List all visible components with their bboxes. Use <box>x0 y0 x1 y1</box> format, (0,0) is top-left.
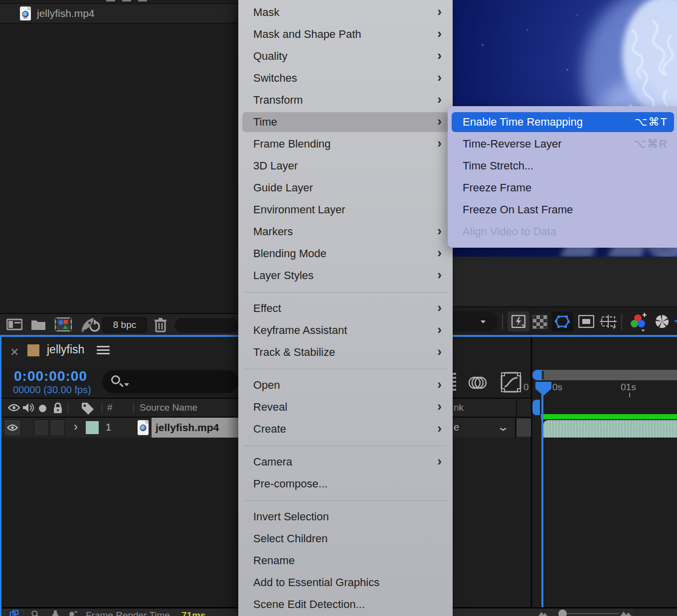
menu-item-markers[interactable]: Markers› <box>238 221 453 243</box>
menu-item-create[interactable]: Create› <box>238 418 453 440</box>
chevron-down-icon[interactable]: ⌄ <box>497 421 509 434</box>
panel-menu-icon[interactable] <box>97 344 110 356</box>
live-update-icon[interactable] <box>29 610 41 616</box>
menu-item-blending-mode[interactable]: Blending Mode› <box>238 243 453 265</box>
menu-item-add-to-essential-graphics[interactable]: Add to Essential Graphics <box>238 572 453 594</box>
menu-item-guide-layer[interactable]: Guide Layer <box>238 177 453 199</box>
solo-circle-icon[interactable] <box>39 405 46 412</box>
project-panel: MP4 jellyfish.mp4 <box>0 0 238 335</box>
zoom-in-mountain-icon[interactable] <box>620 611 633 616</box>
menu-item-camera[interactable]: Camera› <box>238 451 453 473</box>
trash-icon[interactable] <box>154 317 168 333</box>
menu-item-enable-time-remapping[interactable]: Enable Time Remapping⌥⌘T <box>448 111 677 133</box>
lock-icon[interactable] <box>53 402 63 414</box>
exposure-plus-fragment: + <box>674 313 677 329</box>
layer-row[interactable]: › 1 jellyfish.mp4 <box>0 418 238 438</box>
menu-item-time-reverse-layer[interactable]: Time-Reverse Layer⌥⌘R <box>448 133 677 155</box>
layer-duration-bar[interactable] <box>543 420 677 438</box>
project-item-row[interactable]: MP4 jellyfish.mp4 <box>0 4 238 23</box>
timeline-zoom-slider-track[interactable] <box>566 613 619 614</box>
menu-item-effect[interactable]: Effect› <box>238 298 453 319</box>
frame-blending-circles-icon[interactable] <box>468 373 488 393</box>
menu-item-select-children[interactable]: Select Children <box>238 528 453 550</box>
menu-item-reveal[interactable]: Reveal› <box>238 396 453 418</box>
layer-visibility-cell[interactable] <box>4 419 21 436</box>
video-eye-icon[interactable] <box>8 404 20 412</box>
menu-item-quality[interactable]: Quality› <box>238 45 453 67</box>
label-tag-icon[interactable] <box>81 402 95 416</box>
menu-item-label: Time-Reverse Layer <box>463 138 561 151</box>
zoom-out-mountain-icon[interactable] <box>538 611 547 616</box>
menu-item-time-stretch[interactable]: Time Stretch... <box>448 155 677 177</box>
chevron-right-icon: › <box>437 70 442 85</box>
parent-link-column-header: nk <box>453 398 531 418</box>
ruler-tick <box>629 393 630 397</box>
fast-previews-button[interactable] <box>508 311 529 331</box>
timeline-zoom-slider-knob[interactable] <box>558 610 567 616</box>
draft-3d-icon[interactable] <box>49 610 62 616</box>
launch-rocket-icon[interactable] <box>80 317 100 333</box>
chevron-right-icon: › <box>437 26 442 41</box>
work-area-bar[interactable] <box>532 370 677 380</box>
menu-item-frame-blending[interactable]: Frame Blending› <box>238 133 453 155</box>
menu-item-3d-layer[interactable]: 3D Layer <box>238 155 453 177</box>
current-timecode[interactable]: 0:00:00:00 <box>14 368 87 384</box>
menu-item-label: Blending Mode <box>253 247 327 260</box>
layer-switch-cell[interactable] <box>34 419 49 436</box>
menu-item-label: Freeze On Last Frame <box>463 203 573 216</box>
transparency-grid-button[interactable] <box>532 315 547 329</box>
graph-editor-icon[interactable] <box>501 372 521 393</box>
mask-visibility-button[interactable] <box>551 311 573 331</box>
layer-number-column-header[interactable]: # <box>107 402 113 413</box>
menu-item-mask[interactable]: Mask› <box>238 1 453 23</box>
menu-item-layer-styles[interactable]: Layer Styles› <box>238 265 453 287</box>
menu-item-environment-layer[interactable]: Environment Layer <box>238 199 453 221</box>
menu-item-scene-edit-detection[interactable]: Scene Edit Detection... <box>238 594 453 616</box>
new-composition-icon[interactable] <box>55 317 72 332</box>
interpret-footage-icon[interactable] <box>6 317 22 332</box>
project-search-field[interactable] <box>174 318 238 333</box>
chevron-right-icon: › <box>437 267 442 283</box>
composition-tab-label[interactable]: jellyfish <box>47 343 84 356</box>
new-folder-icon[interactable] <box>31 317 46 332</box>
timeline-panel-left: ✕ jellyfish 0:00:00:00 00000 (30.00 fps) <box>0 337 238 616</box>
menu-item-label: Camera <box>253 456 292 468</box>
menu-item-freeze-on-last-frame[interactable]: Freeze On Last Frame <box>448 199 677 221</box>
menu-item-track-stabilize[interactable]: Track & Stabilize› <box>238 341 453 363</box>
color-depth-button[interactable]: 8 bpc <box>102 317 147 333</box>
close-tab-icon[interactable]: ✕ <box>10 346 19 359</box>
layer-label-color-chip[interactable] <box>86 421 99 434</box>
work-area-start-handle[interactable] <box>532 370 541 380</box>
menu-item-time[interactable]: Time› <box>238 111 453 133</box>
menu-item-freeze-frame[interactable]: Freeze Frame <box>448 177 677 199</box>
menu-item-rename[interactable]: Rename <box>238 550 453 572</box>
timeline-search-field[interactable] <box>102 370 238 393</box>
playhead-marker[interactable] <box>535 382 551 396</box>
menu-item-transform[interactable]: Transform› <box>238 89 453 111</box>
region-of-interest-button[interactable] <box>576 311 596 331</box>
menu-item-switches[interactable]: Switches› <box>238 67 453 89</box>
channel-color-management-button[interactable]: + <box>628 311 650 331</box>
work-area-in-bracket[interactable] <box>532 400 540 415</box>
parent-pickwhip-cell[interactable] <box>516 419 531 437</box>
menu-separator <box>238 495 453 506</box>
menu-item-keyframe-assistant[interactable]: Keyframe Assistant› <box>238 319 453 341</box>
composition-mini-flowchart-icon[interactable] <box>8 610 21 616</box>
source-name-column-header[interactable]: Source Name <box>140 402 197 413</box>
layer-source-name[interactable]: jellyfish.mp4 <box>156 422 219 434</box>
chevron-right-icon: › <box>437 136 442 151</box>
timeline-status-bar: Frame Render Time 71ms <box>0 609 238 616</box>
layer-expander-icon[interactable]: › <box>74 420 78 434</box>
menu-item-open[interactable]: Open› <box>238 374 453 396</box>
playhead-line[interactable] <box>541 382 543 607</box>
audio-speaker-icon[interactable] <box>22 402 34 413</box>
exposure-reset-icon[interactable] <box>652 311 672 331</box>
menu-item-invert-selection[interactable]: Invert Selection <box>238 506 453 528</box>
motion-blur-dot-icon[interactable] <box>67 610 79 616</box>
menu-item-pre-compose[interactable]: Pre-compose... <box>238 473 453 495</box>
menu-item-mask-and-shape-path[interactable]: Mask and Shape Path› <box>238 23 453 45</box>
chevron-right-icon: › <box>437 114 442 129</box>
grid-and-guides-button[interactable] <box>597 311 619 331</box>
magnification-dropdown[interactable] <box>448 311 498 331</box>
layer-switch-cell[interactable] <box>50 419 65 436</box>
